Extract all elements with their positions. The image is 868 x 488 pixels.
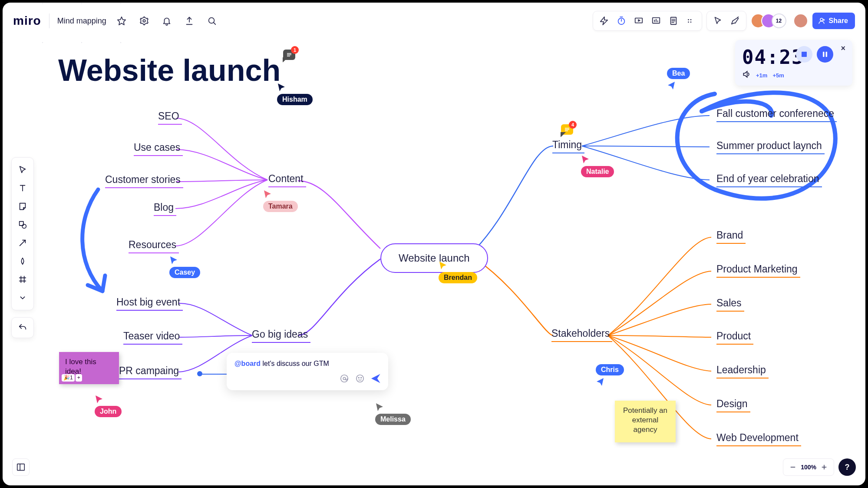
reaction-badge[interactable]: 🎉1 bbox=[62, 374, 75, 382]
panel-toggle[interactable] bbox=[12, 458, 30, 476]
node-summer[interactable]: Summer product laynch bbox=[716, 140, 822, 152]
node-teaser[interactable]: Teaser video bbox=[123, 330, 180, 342]
node-pr[interactable]: PR campaing bbox=[119, 365, 179, 377]
node-seo[interactable]: SEO bbox=[158, 110, 179, 122]
node-customerstories[interactable]: Customer stories bbox=[105, 174, 181, 186]
svg-point-46 bbox=[356, 375, 364, 382]
comment-indicator[interactable]: 1 bbox=[283, 50, 295, 60]
remote-cursor: Melissa bbox=[375, 402, 411, 425]
comment-composer[interactable]: @board let's discuss our GTM bbox=[227, 353, 388, 390]
svg-rect-49 bbox=[17, 464, 25, 471]
node-usecases[interactable]: Use cases bbox=[134, 142, 180, 153]
cursor-label: Casey bbox=[169, 267, 200, 278]
node-content[interactable]: Content bbox=[268, 173, 304, 185]
node-timing[interactable]: Timing bbox=[552, 139, 582, 151]
at-mention-icon[interactable] bbox=[340, 374, 349, 385]
remote-cursor: Natalie bbox=[581, 155, 614, 177]
svg-point-47 bbox=[358, 377, 359, 378]
zoom-out-button[interactable] bbox=[787, 461, 799, 473]
remote-cursor: John bbox=[95, 395, 122, 417]
page-title[interactable]: Website launch bbox=[58, 53, 281, 88]
reaction-add[interactable]: + bbox=[76, 374, 82, 382]
node-webdev[interactable]: Web Development bbox=[716, 432, 799, 444]
node-leadership[interactable]: Leadership bbox=[716, 364, 766, 376]
node-brand[interactable]: Brand bbox=[716, 229, 743, 241]
cursor-label: Bea bbox=[667, 68, 690, 79]
zoom-level: 100% bbox=[801, 464, 816, 471]
sticky-note[interactable]: I love this idea! 🎉1 + bbox=[59, 352, 119, 384]
node-fall[interactable]: Fall customer conferenece bbox=[716, 108, 834, 120]
node-design[interactable]: Design bbox=[716, 398, 748, 410]
node-resources[interactable]: Resources bbox=[129, 239, 176, 251]
sticky-text: Potentially an external agency bbox=[623, 406, 667, 434]
svg-point-45 bbox=[343, 377, 346, 380]
comment-text: let's discuss our GTM bbox=[261, 360, 329, 367]
node-product[interactable]: Product bbox=[716, 330, 751, 342]
node-blog[interactable]: Blog bbox=[154, 202, 174, 213]
node-pm[interactable]: Product Marketing bbox=[716, 263, 798, 275]
zoom-control: 100% bbox=[783, 458, 834, 476]
remote-cursor: Casey bbox=[169, 256, 200, 278]
emoji-icon[interactable] bbox=[355, 374, 365, 385]
comment-count-badge: 1 bbox=[291, 46, 299, 54]
sticky-note[interactable]: Potentially an external agency bbox=[615, 401, 676, 442]
cursor-label: Hisham bbox=[277, 94, 313, 105]
mindmap-center[interactable]: Website launch bbox=[380, 243, 488, 273]
help-button[interactable]: ? bbox=[838, 458, 856, 476]
cursor-label: Chris bbox=[596, 364, 624, 375]
comment-indicator[interactable]: 4 bbox=[561, 124, 573, 135]
node-hostevent[interactable]: Host big event bbox=[116, 296, 180, 308]
send-icon[interactable] bbox=[371, 374, 380, 385]
node-eoy[interactable]: End of year celebration bbox=[716, 173, 819, 185]
remote-cursor: Chris bbox=[596, 364, 624, 387]
cursor-label: John bbox=[95, 406, 122, 417]
cursor-label: Brendan bbox=[439, 272, 477, 283]
cursor-label: Melissa bbox=[375, 414, 411, 425]
node-sales[interactable]: Sales bbox=[716, 297, 742, 309]
node-gobig[interactable]: Go big ideas bbox=[252, 329, 308, 340]
mention: @board bbox=[234, 360, 261, 367]
svg-point-48 bbox=[361, 377, 362, 378]
comment-anchor-line bbox=[200, 374, 228, 375]
comment-count-badge: 4 bbox=[569, 121, 577, 129]
remote-cursor: Tamara bbox=[263, 189, 298, 212]
cursor-label: Tamara bbox=[263, 201, 298, 212]
sticky-text: I love this idea! bbox=[65, 358, 96, 375]
remote-cursor: Bea bbox=[667, 68, 690, 90]
node-stakeholders[interactable]: Stakeholders bbox=[551, 328, 610, 339]
cursor-label: Natalie bbox=[581, 166, 614, 177]
zoom-in-button[interactable] bbox=[818, 461, 830, 473]
